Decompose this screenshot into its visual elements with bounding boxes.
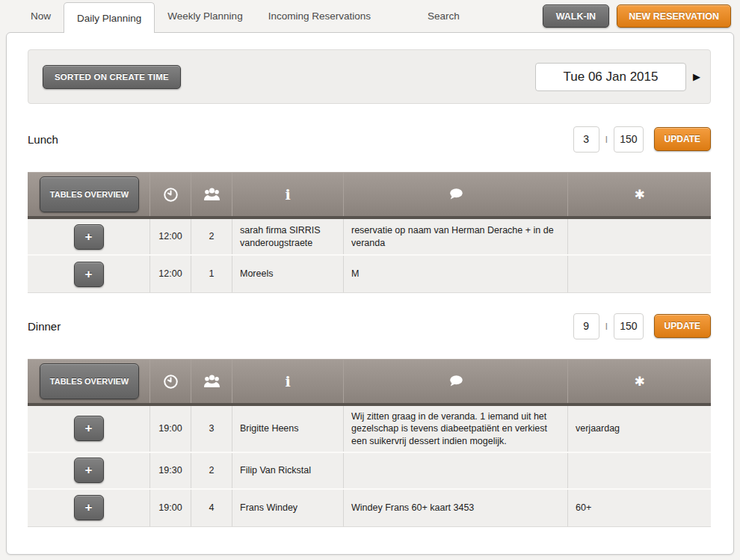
main-panel: SORTED ON CREATE TIME Tue 06 Jan 2015 ▶ … <box>6 32 734 555</box>
comment-column-header <box>343 360 567 403</box>
tables-overview-cell: TABLES OVERVIEW <box>28 173 149 216</box>
reservation-time: 12:00 <box>149 219 191 254</box>
guest-name: Brigitte Heens <box>232 406 343 452</box>
reservation-time: 19:00 <box>149 406 191 452</box>
guests-icon <box>203 185 221 204</box>
name-column-header: i <box>232 360 343 403</box>
tables-overview-button[interactable]: TABLES OVERVIEW <box>40 363 139 399</box>
reservation-comment: Wij zitten graag in de veranda. 1 iemand… <box>343 406 567 452</box>
reservation-time: 19:00 <box>149 490 191 526</box>
add-cell: + <box>28 490 149 526</box>
reservation-flags <box>567 453 711 488</box>
tables-overview-button[interactable]: TABLES OVERVIEW <box>40 176 139 212</box>
reservation-flags <box>567 219 711 254</box>
guest-count: 2 <box>191 453 232 488</box>
section-title: Dinner <box>28 320 61 333</box>
dinner-reservations-table: TABLES OVERVIEW i ✱ <box>28 359 711 527</box>
date-navigation: Tue 06 Jan 2015 ▶ <box>535 63 700 91</box>
guest-name: Frans Windey <box>232 490 343 526</box>
comment-column-header <box>343 173 567 216</box>
lunch-reservations-table: TABLES OVERVIEW i ✱ <box>28 172 711 293</box>
reservation-row[interactable]: + 19:00 4 Frans Windey Windey Frans 60+ … <box>28 490 711 526</box>
dinner-section: Dinner 9 I 150 UPDATE TABLES OVERVIEW <box>28 313 711 527</box>
reservation-flags: verjaardag <box>567 406 711 452</box>
special-request-icon: ✱ <box>634 374 644 390</box>
reservation-comment <box>343 453 567 488</box>
guest-count: 4 <box>191 490 232 526</box>
lunch-section-header: Lunch 3 I 150 UPDATE <box>28 126 711 153</box>
add-cell: + <box>28 406 149 452</box>
dinner-capacity-controls: 9 I 150 UPDATE <box>573 313 711 339</box>
guests-column-header <box>191 173 232 216</box>
count-divider: I <box>605 321 608 332</box>
tab-daily-planning[interactable]: Daily Planning <box>64 2 155 33</box>
new-reservation-button[interactable]: NEW RESERVATION <box>617 4 731 28</box>
capacity-field[interactable]: 150 <box>614 126 643 153</box>
add-cell: + <box>28 453 149 488</box>
tab-weekly-planning[interactable]: Weekly Planning <box>155 10 255 22</box>
count-divider: I <box>605 134 608 145</box>
section-title: Lunch <box>28 133 58 146</box>
top-tab-bar: Now Daily Planning Weekly Planning Incom… <box>0 0 740 32</box>
reservation-comment: Windey Frans 60+ kaart 3453 <box>343 490 567 526</box>
tab-now[interactable]: Now <box>18 10 64 22</box>
sort-on-create-time-button[interactable]: SORTED ON CREATE TIME <box>43 65 181 89</box>
table-header-row: TABLES OVERVIEW i ✱ <box>28 359 711 406</box>
add-cell: + <box>28 256 149 292</box>
lunch-section: Lunch 3 I 150 UPDATE TABLES OVERVIEW <box>28 126 711 293</box>
reservation-flags <box>567 256 711 292</box>
reservation-comment: reservatie op naam van Herman Derache + … <box>343 219 567 254</box>
next-day-icon[interactable]: ▶ <box>693 71 700 82</box>
dinner-table-body: + 19:00 3 Brigitte Heens Wij zitten graa… <box>28 406 711 527</box>
clock-icon <box>162 186 179 203</box>
guests-icon <box>203 372 221 391</box>
reservation-time: 12:00 <box>149 256 191 292</box>
reservation-row[interactable]: + 19:00 3 Brigitte Heens Wij zitten graa… <box>28 406 711 453</box>
time-column-header <box>149 360 191 403</box>
reservation-row[interactable]: + 12:00 2 sarah firma SIRRIS vanderougst… <box>28 219 711 256</box>
capacity-field[interactable]: 150 <box>614 313 643 339</box>
guest-name: Filip Van Rickstal <box>232 453 343 488</box>
walk-in-button[interactable]: WALK-IN <box>543 4 609 28</box>
guest-count: 2 <box>191 219 232 254</box>
tables-overview-cell: TABLES OVERVIEW <box>28 360 149 403</box>
comment-icon <box>448 373 464 390</box>
lunch-capacity-controls: 3 I 150 UPDATE <box>573 126 711 153</box>
reservation-row[interactable]: + 12:00 1 Moreels M <box>28 256 711 292</box>
reservation-time: 19:30 <box>149 453 191 488</box>
covers-count-field[interactable]: 3 <box>573 126 599 153</box>
add-to-table-button[interactable]: + <box>74 495 104 520</box>
table-header-row: TABLES OVERVIEW i ✱ <box>28 172 711 219</box>
planning-toolbar: SORTED ON CREATE TIME Tue 06 Jan 2015 ▶ <box>28 49 711 104</box>
clock-icon <box>162 373 179 390</box>
guests-column-header <box>191 360 232 403</box>
special-column-header: ✱ <box>567 173 711 216</box>
tab-incoming-reservations[interactable]: Incoming Reservations <box>256 10 383 22</box>
add-to-table-button[interactable]: + <box>74 416 104 441</box>
comment-icon <box>448 186 464 203</box>
reservation-flags: 60+ <box>567 490 711 526</box>
date-picker[interactable]: Tue 06 Jan 2015 <box>535 63 686 91</box>
special-column-header: ✱ <box>567 360 711 403</box>
covers-count-field[interactable]: 9 <box>573 313 599 339</box>
lunch-table-body: + 12:00 2 sarah firma SIRRIS vanderougst… <box>28 219 711 293</box>
dinner-section-header: Dinner 9 I 150 UPDATE <box>28 313 711 339</box>
add-cell: + <box>28 219 149 254</box>
add-to-table-button[interactable]: + <box>74 458 104 483</box>
guest-name: sarah firma SIRRIS vanderougstraete <box>232 219 343 254</box>
tab-search[interactable]: Search <box>415 10 472 22</box>
time-column-header <box>149 173 191 216</box>
update-button[interactable]: UPDATE <box>654 127 711 151</box>
header-actions: WALK-IN NEW RESERVATION <box>543 4 740 28</box>
info-icon: i <box>285 373 290 390</box>
update-button[interactable]: UPDATE <box>654 314 711 338</box>
guest-count: 3 <box>191 406 232 452</box>
reservation-row[interactable]: + 19:30 2 Filip Van Rickstal <box>28 453 711 490</box>
guest-count: 1 <box>191 256 232 292</box>
reservation-comment: M <box>343 256 567 292</box>
add-to-table-button[interactable]: + <box>74 262 104 287</box>
add-to-table-button[interactable]: + <box>74 224 104 250</box>
info-icon: i <box>285 186 290 203</box>
name-column-header: i <box>232 173 343 216</box>
guest-name: Moreels <box>232 256 343 292</box>
